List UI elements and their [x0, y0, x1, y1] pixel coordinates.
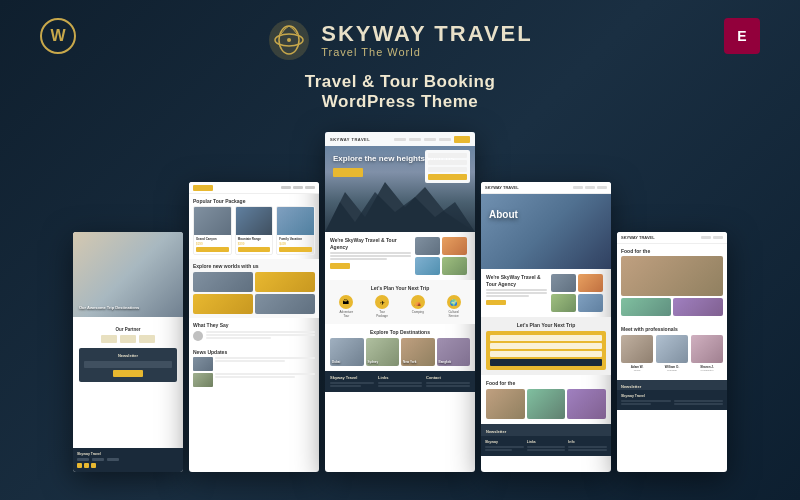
- brand-subtitle: Travel The World: [321, 46, 421, 58]
- svg-point-3: [287, 38, 291, 42]
- screen-mockup-1: Our Awesome Trip Destinations Our Partne…: [73, 232, 183, 472]
- screen-mockup-4: SKYWAY TRAVEL About We're SkyWay Travel …: [481, 182, 611, 472]
- team-member: Adam W. Guide: [621, 335, 653, 372]
- screen-mockup-5: SKYWAY TRAVEL Food for the Meet with pro…: [617, 232, 727, 472]
- brand-icon: [267, 18, 311, 62]
- tagline-block: Travel & Tour Booking WordPress Theme: [0, 72, 800, 112]
- screen-mockup-2: Popular Tour Package Grand Canyon $299 M…: [189, 182, 319, 472]
- service-item: 🌍 CulturalService: [437, 295, 470, 319]
- tagline-line2: WordPress Theme: [0, 92, 800, 112]
- brand-logo: SKYWAY TRAVEL Travel The World: [267, 18, 532, 62]
- team-member: Sharon J. Coordinator: [691, 335, 723, 372]
- screens-container: Our Awesome Trip Destinations Our Partne…: [0, 112, 800, 472]
- partner-title: Our Partner: [79, 327, 177, 332]
- service-item: 🏔 AdventureTour: [330, 295, 363, 319]
- screen-mockup-3: SKYWAY TRAVEL Explore the new heights wi…: [325, 132, 475, 472]
- tagline-line1: Travel & Tour Booking: [0, 72, 800, 92]
- service-item: ✈ TourPackage: [366, 295, 399, 319]
- header: W SKYWAY TRAVEL Travel The World E: [0, 0, 800, 68]
- brand-title: SKYWAY TRAVEL: [321, 22, 532, 46]
- service-item: ⛺ Camping: [402, 295, 435, 319]
- team-member: William O. Manager: [656, 335, 688, 372]
- brand-text-block: SKYWAY TRAVEL Travel The World: [321, 22, 532, 58]
- wordpress-badge: W: [40, 18, 76, 54]
- elementor-badge: E: [724, 18, 760, 54]
